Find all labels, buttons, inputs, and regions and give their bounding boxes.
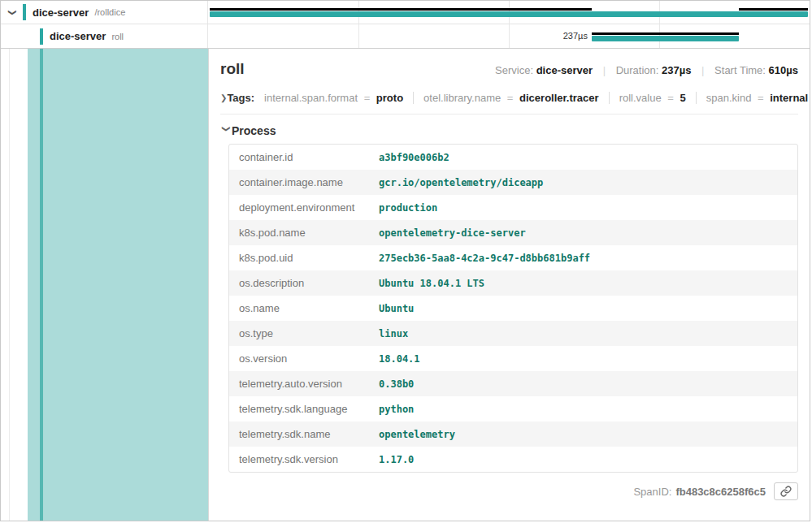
row-key: deployment.environment (229, 195, 369, 220)
table-row: telemetry.sdk.name opentelemetry (229, 421, 797, 447)
equals-sign: = (364, 92, 371, 104)
deep-link-button[interactable] (774, 482, 798, 500)
span-detail-stats: Service: dice-server | Duration: 237µs |… (495, 64, 798, 76)
table-row: os.version 18.04.1 (229, 346, 797, 371)
row-value: opentelemetry (369, 422, 797, 447)
row-key: k8s.pod.uid (229, 245, 369, 270)
row-key: os.description (229, 270, 369, 296)
span-bar-roll[interactable] (592, 36, 739, 41)
timeline-cell-roll: 237µs (208, 24, 810, 48)
row-key: telemetry.sdk.version (229, 447, 369, 472)
selected-span-highlight-column (1, 49, 208, 521)
table-row: os.description Ubuntu 18.04.1 LTS (229, 270, 797, 296)
row-key: os.name (229, 296, 369, 321)
tag-key: span.kind (706, 92, 752, 104)
timeline-gridline (509, 24, 510, 48)
table-row: deployment.environment production (229, 195, 797, 220)
critical-path-segment (592, 32, 739, 35)
row-value: 275ecb36-5aa8-4c2a-9c47-d8bb681b9aff (369, 246, 797, 270)
collapse-children-icon[interactable]: ❯ (8, 6, 17, 18)
row-value: gcr.io/opentelemetry/diceapp (369, 171, 797, 195)
span-detail-panel: roll Service: dice-server | Duration: 23… (208, 49, 810, 521)
operation-name: /rolldice (94, 7, 125, 17)
row-value: python (369, 397, 797, 421)
critical-path-segment (210, 8, 592, 11)
tag-value: proto (376, 92, 403, 104)
critical-path-segment (739, 8, 808, 11)
equals-sign: = (667, 92, 674, 104)
equals-sign: = (758, 92, 764, 104)
trace-timeline-view: ❯ dice-server /rolldice dice-server roll… (0, 0, 810, 521)
start-time-label: Start Time: (714, 64, 766, 76)
row-key: container.image.name (229, 170, 369, 195)
chevron-right-icon[interactable]: ❯ (220, 93, 227, 102)
tag-key: internal.span.format (264, 92, 358, 104)
table-row: container.image.name gcr.io/opentelemetr… (229, 170, 797, 195)
row-key: telemetry.sdk.name (229, 421, 369, 447)
tag-key: otel.library.name (423, 92, 501, 104)
tags-accordion[interactable]: ❯ Tags: internal.span.format = proto ote… (220, 84, 798, 115)
tag-item: internal.span.format = proto (264, 92, 403, 104)
table-row: k8s.pod.uid 275ecb36-5aa8-4c2a-9c47-d8bb… (229, 245, 797, 270)
timeline-gridline (358, 24, 359, 48)
table-row: os.type linux (229, 321, 797, 346)
span-duration-label: 237µs (548, 31, 588, 41)
table-row: container.id a3bf90e006b2 (229, 145, 797, 170)
service-name: dice-server (33, 6, 89, 19)
tag-item: otel.library.name = diceroller.tracer (423, 92, 599, 104)
timeline-cell-rolldice (208, 1, 810, 24)
row-key: k8s.pod.name (229, 220, 369, 245)
service-label: Service: (495, 64, 533, 76)
row-value: 0.38b0 (369, 372, 797, 396)
span-name-cell-rolldice[interactable]: ❯ dice-server /rolldice (1, 1, 208, 24)
span-bar-rolldice[interactable] (210, 11, 808, 17)
row-value: linux (369, 322, 797, 346)
span-color-stripe (40, 49, 43, 521)
table-row: k8s.pod.name opentelemetry-dice-server (229, 220, 797, 245)
stat-divider: | (701, 64, 704, 76)
span-detail-row: roll Service: dice-server | Duration: 23… (1, 49, 810, 521)
table-row: telemetry.sdk.language python (229, 396, 797, 421)
service-value: dice-server (536, 64, 593, 76)
row-value: 1.17.0 (369, 447, 797, 472)
tag-divider (413, 92, 414, 104)
process-key-value-table: container.id a3bf90e006b2 container.imag… (228, 144, 798, 473)
row-key: telemetry.auto.version (229, 371, 369, 396)
span-color-bar (23, 4, 26, 20)
row-key: os.version (229, 346, 369, 371)
span-row-roll[interactable]: dice-server roll 237µs (1, 24, 810, 49)
duration-label: Duration: (616, 64, 659, 76)
row-value: opentelemetry-dice-server (369, 221, 797, 245)
tag-item: span.kind = internal (706, 92, 808, 104)
span-id-label: SpanID: (633, 486, 671, 498)
duration-value: 237µs (662, 64, 691, 76)
row-value: Ubuntu (369, 296, 797, 321)
process-accordion[interactable]: ❯ Process (220, 115, 798, 144)
table-row: telemetry.sdk.version 1.17.0 (229, 447, 797, 472)
operation-name: roll (111, 32, 124, 41)
span-id-value: fb483c8c6258f6c5 (675, 486, 766, 498)
stat-divider: | (603, 64, 606, 76)
row-value: production (369, 196, 797, 220)
table-row: os.name Ubuntu (229, 296, 797, 321)
tag-item: roll.value = 5 (619, 92, 686, 104)
row-key: os.type (229, 321, 369, 346)
span-row-rolldice[interactable]: ❯ dice-server /rolldice (1, 1, 810, 24)
tag-divider (609, 92, 610, 104)
process-label: Process (232, 124, 276, 137)
link-icon (780, 486, 792, 497)
tag-divider (696, 92, 697, 104)
span-color-bar (40, 28, 43, 45)
table-row: telemetry.auto.version 0.38b0 (229, 371, 797, 396)
tag-value: 5 (680, 92, 686, 104)
span-name-cell-roll[interactable]: dice-server roll (1, 24, 208, 48)
service-name: dice-server (50, 30, 106, 42)
start-time-value: 610µs (769, 64, 798, 76)
tag-value: internal (770, 92, 808, 104)
tags-label: Tags: (227, 92, 254, 104)
row-value: a3bf90e006b2 (369, 145, 797, 170)
equals-sign: = (507, 92, 514, 104)
row-key: telemetry.sdk.language (229, 396, 369, 421)
chevron-down-icon[interactable]: ❯ (222, 125, 231, 136)
tree-guide-line (9, 49, 10, 521)
